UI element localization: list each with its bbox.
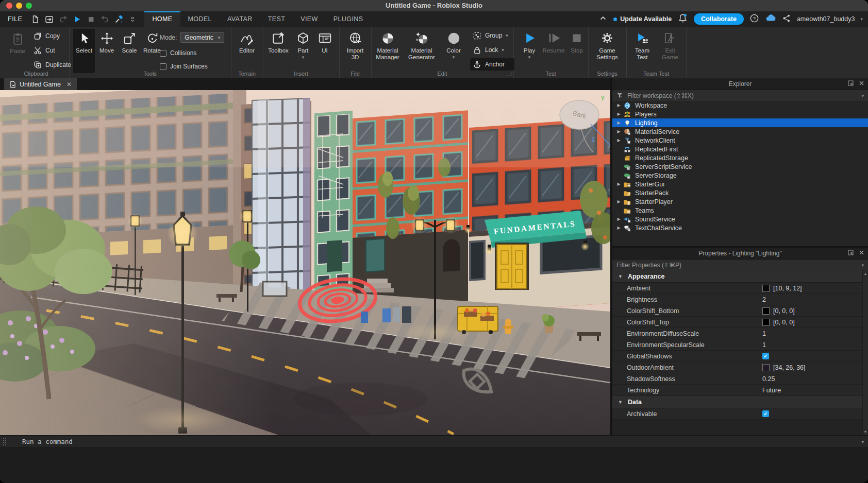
expand-arrow-icon[interactable]: ▶ xyxy=(615,103,622,108)
help-icon[interactable]: ? xyxy=(749,13,759,25)
viewport-3d-scene[interactable]: FUNDAMENTALS xyxy=(0,90,610,435)
select-tool-button[interactable]: Select xyxy=(73,29,95,73)
color-button[interactable]: Color ▾ xyxy=(442,29,465,73)
explorer-filter-input[interactable]: Filter workspace (⇧⌘X) ▾ xyxy=(612,90,868,101)
color-swatch[interactable] xyxy=(762,319,770,326)
scale-tool-button[interactable]: Scale xyxy=(119,29,140,73)
resume-button[interactable]: Resume xyxy=(542,29,565,73)
menu-tab-home[interactable]: HOME xyxy=(144,11,180,27)
group-button[interactable]: Group▾ xyxy=(470,29,511,42)
undo-icon[interactable] xyxy=(99,12,110,26)
terrain-editor-button[interactable]: Editor xyxy=(236,29,258,73)
explorer-item-StarterPlayer[interactable]: ▶StarterPlayer xyxy=(612,197,868,206)
expand-arrow-icon[interactable]: ▶ xyxy=(615,112,622,116)
explorer-item-NetworkClient[interactable]: ▶NetworkClient xyxy=(612,136,868,145)
plugin-icon[interactable] xyxy=(113,12,124,26)
play-icon[interactable] xyxy=(71,12,82,26)
collaborate-button[interactable]: Collaborate xyxy=(694,13,744,25)
scroll-up-icon[interactable]: ▲ xyxy=(863,272,868,275)
file-menu-button[interactable]: FILE xyxy=(0,15,27,23)
team-test-button[interactable]: Team Test xyxy=(630,29,654,73)
scroll-down-icon[interactable]: ▼ xyxy=(863,430,868,434)
property-row-EnvironmentDiffuseScale[interactable]: EnvironmentDiffuseScale1 xyxy=(612,328,863,339)
color-swatch[interactable] xyxy=(762,307,770,315)
explorer-item-ServerScriptService[interactable]: ServerScriptService xyxy=(612,162,868,171)
join-surfaces-checkbox[interactable]: Join Surfaces xyxy=(160,63,208,70)
expand-arrow-icon[interactable]: ▶ xyxy=(615,199,622,204)
collapse-ribbon-icon[interactable] xyxy=(598,13,608,25)
material-manager-button[interactable]: Material Manager xyxy=(374,29,402,73)
lock-button[interactable]: Lock▾ xyxy=(470,44,511,56)
property-row-Ambient[interactable]: Ambient[10, 9, 12] xyxy=(612,283,863,294)
checkbox-checked-icon[interactable]: ✓ xyxy=(762,353,769,359)
explorer-item-Lighting[interactable]: ▶Lighting xyxy=(612,118,868,127)
expand-arrow-icon[interactable]: ▶ xyxy=(615,120,622,125)
explorer-item-SoundService[interactable]: ▶SoundService xyxy=(612,215,868,223)
expand-arrow-icon[interactable]: ▶ xyxy=(615,129,622,134)
expand-arrow-icon[interactable]: ▶ xyxy=(615,138,622,143)
property-row-EnvironmentSpecularScale[interactable]: EnvironmentSpecularScale1 xyxy=(612,339,863,351)
properties-float-icon[interactable] xyxy=(847,249,854,257)
property-row-Archivable[interactable]: Archivable✓ xyxy=(612,408,863,420)
explorer-close-icon[interactable] xyxy=(859,80,864,88)
explorer-item-StarterPack[interactable]: StarterPack xyxy=(612,188,868,197)
expand-arrow-icon[interactable]: ▶ xyxy=(615,217,622,221)
explorer-item-StarterGui[interactable]: ▶StarterGui xyxy=(612,180,868,188)
qat-more-icon[interactable] xyxy=(127,12,138,26)
menu-tab-plugins[interactable]: PLUGINS xyxy=(326,11,371,27)
part-button[interactable]: Part ▾ xyxy=(294,29,312,73)
property-section-data[interactable]: ▼Data xyxy=(612,396,863,408)
expand-arrow-icon[interactable]: ▶ xyxy=(615,182,622,186)
toolbox-button[interactable]: Toolbox xyxy=(266,29,291,73)
mode-select[interactable]: Geometric▾ xyxy=(180,32,224,43)
property-row-ColorShift_Top[interactable]: ColorShift_Top[0, 0, 0] xyxy=(612,317,863,328)
game-settings-button[interactable]: Game Settings xyxy=(594,29,621,73)
explorer-item-ReplicatedStorage[interactable]: ReplicatedStorage xyxy=(612,153,868,162)
properties-scrollbar[interactable]: ▲ ▼ xyxy=(862,270,868,435)
menu-tab-view[interactable]: VIEW xyxy=(293,11,326,27)
color-swatch[interactable] xyxy=(762,285,770,292)
command-input[interactable]: Run a command xyxy=(22,438,73,445)
property-row-ShadowSoftness[interactable]: ShadowSoftness0.25 xyxy=(612,373,863,385)
duplicate-button[interactable]: Duplicate xyxy=(31,59,74,71)
checkbox-checked-icon[interactable]: ✓ xyxy=(762,410,769,417)
properties-close-icon[interactable] xyxy=(859,250,864,257)
move-tool-button[interactable]: Move xyxy=(96,29,118,73)
new-file-icon[interactable] xyxy=(29,12,41,26)
anchor-button[interactable]: Anchor xyxy=(470,58,514,71)
redo-icon[interactable] xyxy=(57,12,69,26)
collisions-checkbox[interactable]: Collisions xyxy=(160,49,196,57)
properties-filter-input[interactable]: Filter Properties (⇧⌘P) ▾ xyxy=(612,260,868,271)
stop-button[interactable]: Stop xyxy=(568,29,586,73)
filter-caret-icon[interactable]: ▾ xyxy=(861,93,864,98)
update-available[interactable]: Update Available xyxy=(613,15,672,23)
import-3d-button[interactable]: Import 3D xyxy=(343,29,367,73)
property-row-Brightness[interactable]: Brightness2 xyxy=(612,294,863,305)
explorer-item-Players[interactable]: ▶Players xyxy=(612,110,868,118)
property-row-ColorShift_Bottom[interactable]: ColorShift_Bottom[0, 0, 0] xyxy=(612,305,863,317)
property-row-OutdoorAmbient[interactable]: OutdoorAmbient[34, 26, 36] xyxy=(612,362,863,373)
menu-tab-test[interactable]: TEST xyxy=(260,11,293,27)
expand-arrow-icon[interactable]: ▶ xyxy=(615,226,622,230)
menu-tab-avatar[interactable]: AVATAR xyxy=(220,11,260,27)
material-generator-button[interactable]: Material Generator xyxy=(405,29,438,73)
explorer-item-TextChatService[interactable]: ▶TextChatService xyxy=(612,223,868,232)
share-icon[interactable] xyxy=(782,13,791,25)
username[interactable]: ameowth07_buddy3 xyxy=(797,15,855,23)
color-swatch[interactable] xyxy=(762,364,770,371)
copy-button[interactable]: Copy xyxy=(31,30,62,42)
property-section-appearance[interactable]: ▼Appearance xyxy=(612,270,863,283)
command-bar-grip[interactable] xyxy=(3,438,7,446)
cut-button[interactable]: Cut xyxy=(31,44,58,57)
explorer-item-Teams[interactable]: Teams xyxy=(612,206,868,215)
explorer-item-MaterialService[interactable]: ▶MaterialService xyxy=(612,127,868,136)
play-button[interactable]: Play ▾ xyxy=(520,29,539,73)
property-row-Technology[interactable]: TechnologyFuture xyxy=(612,385,863,396)
explorer-float-icon[interactable] xyxy=(847,80,854,88)
cloud-sync-icon[interactable] xyxy=(765,13,776,25)
stop-icon[interactable] xyxy=(85,12,96,26)
user-menu-caret-icon[interactable]: ▾ xyxy=(860,16,863,22)
document-tab-untitled-game[interactable]: Untitled Game ✕ xyxy=(4,78,77,90)
explorer-item-Workspace[interactable]: ▶Workspace xyxy=(612,101,868,110)
properties-filter-caret-icon[interactable]: ▾ xyxy=(861,263,864,268)
